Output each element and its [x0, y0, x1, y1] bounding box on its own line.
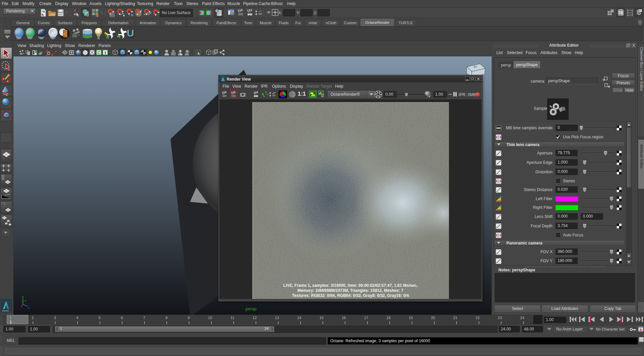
- svg-text:16: 16: [342, 316, 346, 320]
- svg-text:19: 19: [409, 316, 413, 320]
- svg-text:2: 2: [32, 316, 34, 320]
- svg-text:IPR: IPR: [254, 95, 258, 97]
- svg-text:Y: Y: [428, 95, 430, 98]
- svg-text:IPR: IPR: [248, 13, 252, 16]
- svg-text:14: 14: [297, 316, 301, 320]
- svg-text:y: y: [22, 295, 24, 299]
- svg-text:15: 15: [319, 316, 324, 320]
- svg-text:17: 17: [364, 316, 368, 320]
- svg-text:persp: persp: [245, 307, 257, 311]
- svg-text:MAYA: MAYA: [2, 310, 9, 312]
- svg-text:10: 10: [208, 316, 212, 320]
- svg-text:z: z: [28, 306, 30, 310]
- svg-text:Textures: RGB32: 0/64, RGB64:: Textures: RGB32: 0/64, RGB64: 0/32, Gray…: [292, 293, 409, 298]
- svg-text:6: 6: [121, 316, 123, 320]
- svg-text:11: 11: [231, 316, 234, 320]
- svg-text:LIVE, Frame 1, samples: 3/1600: LIVE, Frame 1, samples: 3/16000, time: 0…: [283, 283, 418, 288]
- svg-text:1: 1: [9, 316, 11, 320]
- svg-text:24: 24: [520, 316, 524, 320]
- svg-text:x: x: [25, 299, 26, 302]
- svg-text:22: 22: [476, 316, 480, 320]
- svg-text:8: 8: [165, 316, 167, 320]
- svg-text:4: 4: [76, 316, 78, 320]
- svg-text:T: T: [104, 51, 107, 55]
- svg-text:23: 23: [498, 316, 502, 320]
- svg-text:13: 13: [275, 316, 279, 320]
- svg-text:3: 3: [54, 316, 56, 320]
- svg-text:5: 5: [99, 316, 101, 320]
- svg-text:7: 7: [143, 316, 145, 320]
- svg-text:Memory: 24M/898M/1073M, Triang: Memory: 24M/898M/1073M, Triangles: 15812…: [298, 288, 404, 293]
- svg-text:18: 18: [386, 316, 390, 320]
- svg-text:21: 21: [453, 316, 457, 320]
- svg-text:12: 12: [253, 316, 257, 320]
- svg-text:9: 9: [188, 316, 190, 320]
- svg-text:20: 20: [431, 316, 435, 320]
